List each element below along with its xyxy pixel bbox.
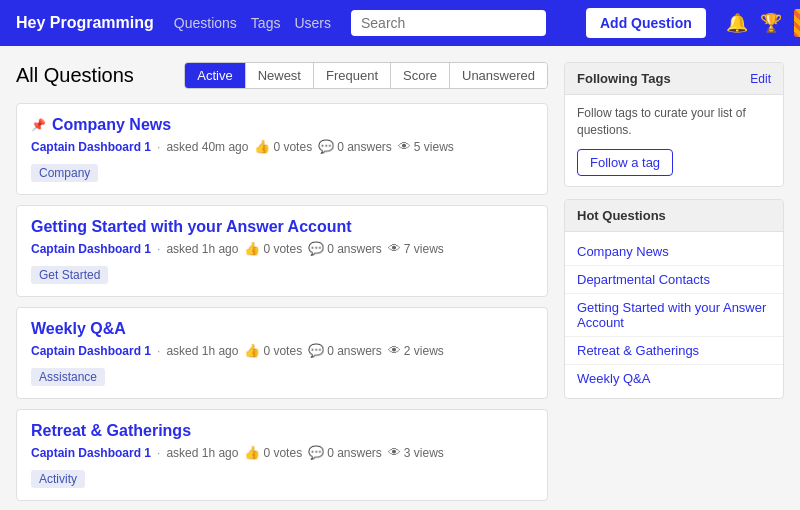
question-title-text: Weekly Q&A <box>31 320 126 338</box>
question-tag[interactable]: Activity <box>31 470 85 488</box>
page-header: All Questions Active Newest Frequent Sco… <box>16 62 548 89</box>
answers-meta: 💬 0 answers <box>318 139 392 154</box>
pin-icon: 📌 <box>31 118 46 132</box>
question-title-text: Retreat & Gatherings <box>31 422 191 440</box>
votes-meta: 👍 0 votes <box>254 139 312 154</box>
following-tags-edit[interactable]: Edit <box>750 72 771 86</box>
thumbs-up-icon: 👍 <box>254 139 270 154</box>
following-tags-title: Following Tags <box>577 71 671 86</box>
filter-tab-score[interactable]: Score <box>391 63 450 88</box>
meta-dot: · <box>157 344 160 358</box>
nav-link-questions[interactable]: Questions <box>174 15 237 31</box>
meta-dot: · <box>157 140 160 154</box>
following-tags-description: Follow tags to curate your list of quest… <box>577 105 771 139</box>
question-tag[interactable]: Get Started <box>31 266 108 284</box>
hot-questions-list: Company NewsDepartmental ContactsGetting… <box>565 232 783 398</box>
question-tag[interactable]: Assistance <box>31 368 105 386</box>
filter-tab-unanswered[interactable]: Unanswered <box>450 63 547 88</box>
question-meta: Captain Dashboard 1 · asked 40m ago 👍 0 … <box>31 139 533 154</box>
filter-tab-active[interactable]: Active <box>185 63 245 88</box>
avatar[interactable] <box>794 9 800 37</box>
answers-count: 0 answers <box>337 140 392 154</box>
comment-icon: 💬 <box>308 343 324 358</box>
comment-icon: 💬 <box>308 445 324 460</box>
question-meta: Captain Dashboard 1 · asked 1h ago 👍 0 v… <box>31 445 533 460</box>
question-title[interactable]: Getting Started with your Answer Account <box>31 218 533 236</box>
hot-question-item[interactable]: Departmental Contacts <box>565 266 783 294</box>
votes-count: 0 votes <box>263 344 302 358</box>
question-card: Getting Started with your Answer Account… <box>16 205 548 297</box>
views-meta: 👁 3 views <box>388 445 444 460</box>
question-meta: Captain Dashboard 1 · asked 1h ago 👍 0 v… <box>31 241 533 256</box>
author-link[interactable]: Captain Dashboard 1 <box>31 344 151 358</box>
views-count: 3 views <box>404 446 444 460</box>
question-time: asked 1h ago <box>166 344 238 358</box>
hot-questions-card: Hot Questions Company NewsDepartmental C… <box>564 199 784 399</box>
hot-question-item[interactable]: Company News <box>565 238 783 266</box>
author-link[interactable]: Captain Dashboard 1 <box>31 242 151 256</box>
thumbs-up-icon: 👍 <box>244 343 260 358</box>
filter-tabs: Active Newest Frequent Score Unanswered <box>184 62 548 89</box>
left-column: All Questions Active Newest Frequent Sco… <box>16 62 548 510</box>
comment-icon: 💬 <box>308 241 324 256</box>
nav-link-tags[interactable]: Tags <box>251 15 281 31</box>
question-card: Retreat & Gatherings Captain Dashboard 1… <box>16 409 548 501</box>
hot-question-item[interactable]: Retreat & Gatherings <box>565 337 783 365</box>
views-count: 7 views <box>404 242 444 256</box>
thumbs-up-icon: 👍 <box>244 445 260 460</box>
nav-link-users[interactable]: Users <box>294 15 331 31</box>
votes-count: 0 votes <box>273 140 312 154</box>
right-column: Following Tags Edit Follow tags to curat… <box>564 62 784 510</box>
trophy-icon[interactable]: 🏆 <box>760 12 782 34</box>
main-container: All Questions Active Newest Frequent Sco… <box>0 46 800 510</box>
hot-question-item[interactable]: Weekly Q&A <box>565 365 783 392</box>
eye-icon: 👁 <box>388 343 401 358</box>
page-title: All Questions <box>16 64 134 87</box>
question-time: asked 1h ago <box>166 446 238 460</box>
question-tag[interactable]: Company <box>31 164 98 182</box>
hot-questions-title: Hot Questions <box>577 208 666 223</box>
answers-meta: 💬 0 answers <box>308 343 382 358</box>
question-title-text: Company News <box>52 116 171 134</box>
votes-count: 0 votes <box>263 446 302 460</box>
following-tags-header: Following Tags Edit <box>565 63 783 95</box>
views-meta: 👁 7 views <box>388 241 444 256</box>
question-time: asked 1h ago <box>166 242 238 256</box>
question-card: Weekly Q&A Captain Dashboard 1 · asked 1… <box>16 307 548 399</box>
add-question-button[interactable]: Add Question <box>586 8 706 38</box>
author-link[interactable]: Captain Dashboard 1 <box>31 140 151 154</box>
question-title-text: Getting Started with your Answer Account <box>31 218 352 236</box>
filter-tab-newest[interactable]: Newest <box>246 63 314 88</box>
votes-meta: 👍 0 votes <box>244 445 302 460</box>
views-count: 2 views <box>404 344 444 358</box>
question-title[interactable]: Weekly Q&A <box>31 320 533 338</box>
hot-question-item[interactable]: Getting Started with your Answer Account <box>565 294 783 337</box>
comment-icon: 💬 <box>318 139 334 154</box>
search-input[interactable] <box>351 10 546 36</box>
thumbs-up-icon: 👍 <box>244 241 260 256</box>
question-card: 📌 Company News Captain Dashboard 1 · ask… <box>16 103 548 195</box>
views-count: 5 views <box>414 140 454 154</box>
votes-count: 0 votes <box>263 242 302 256</box>
answers-count: 0 answers <box>327 446 382 460</box>
filter-tab-frequent[interactable]: Frequent <box>314 63 391 88</box>
question-meta: Captain Dashboard 1 · asked 1h ago 👍 0 v… <box>31 343 533 358</box>
question-title[interactable]: 📌 Company News <box>31 116 533 134</box>
question-title[interactable]: Retreat & Gatherings <box>31 422 533 440</box>
answers-count: 0 answers <box>327 344 382 358</box>
views-meta: 👁 5 views <box>398 139 454 154</box>
views-meta: 👁 2 views <box>388 343 444 358</box>
question-time: asked 40m ago <box>166 140 248 154</box>
eye-icon: 👁 <box>398 139 411 154</box>
answers-meta: 💬 0 answers <box>308 241 382 256</box>
follow-tag-button[interactable]: Follow a tag <box>577 149 673 176</box>
eye-icon: 👁 <box>388 241 401 256</box>
answers-count: 0 answers <box>327 242 382 256</box>
nav-links: Questions Tags Users <box>174 15 331 31</box>
bell-icon[interactable]: 🔔 <box>726 12 748 34</box>
navbar: Hey Programming Questions Tags Users Add… <box>0 0 800 46</box>
votes-meta: 👍 0 votes <box>244 241 302 256</box>
answers-meta: 💬 0 answers <box>308 445 382 460</box>
author-link[interactable]: Captain Dashboard 1 <box>31 446 151 460</box>
hot-questions-header: Hot Questions <box>565 200 783 232</box>
